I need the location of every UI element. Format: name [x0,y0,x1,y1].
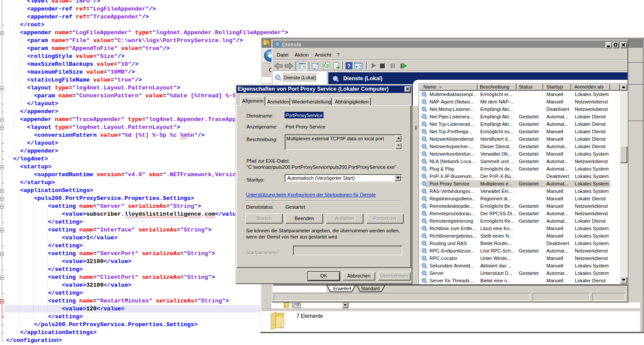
svg-text:?: ? [347,63,350,69]
svg-text:Erweitert: Erweitert [333,286,352,291]
svg-text:Standard: Standard [361,286,380,291]
